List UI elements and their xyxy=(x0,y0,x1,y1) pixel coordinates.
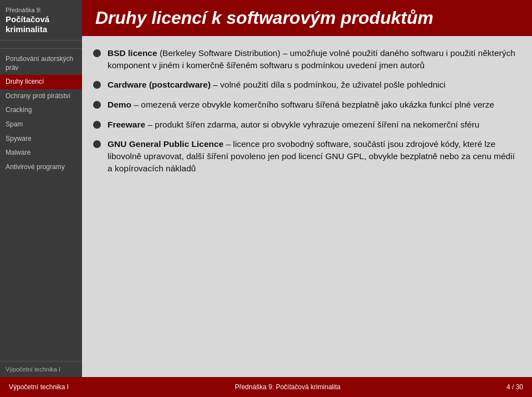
term: GNU General Public Licence xyxy=(108,139,223,149)
bullet-dot xyxy=(93,49,101,57)
sidebar-divider xyxy=(0,48,82,49)
bullet-list: BSD licence (Berkeley Software Distribut… xyxy=(93,47,516,175)
bullet-text: Demo – omezená verze obvykle komerčního … xyxy=(108,99,516,111)
bullet-dot xyxy=(93,101,101,109)
sidebar-item-spam[interactable]: Spam xyxy=(0,118,82,132)
sidebar-item-druhy[interactable]: Druhy licencí xyxy=(0,75,82,89)
bottom-bar: Výpočetní technika I Přednáška 9: Počíta… xyxy=(0,377,532,397)
term: Cardware (postcardware) xyxy=(108,80,211,89)
sidebar-item-spyware[interactable]: Spyware xyxy=(0,132,82,146)
term: Freeware xyxy=(108,120,145,129)
term: BSD licence xyxy=(108,48,157,58)
sidebar-subtitle: Přednáška 9: xyxy=(6,7,76,13)
main-area: Druhy licencí k softwarovým produktům BS… xyxy=(82,0,532,377)
bullet-dot xyxy=(93,81,101,89)
sidebar-footer: Výpočetní technika I xyxy=(0,361,82,377)
footer-left: Výpočetní technika I xyxy=(9,383,69,391)
sidebar-item-antivirove[interactable]: Antivirové programy xyxy=(0,160,82,175)
sidebar-item-cracking[interactable]: Cracking xyxy=(0,103,82,118)
term-rest: – omezená verze obvykle komerčního softw… xyxy=(131,100,494,109)
term-rest: – volné použití díla s podmínkou, že uži… xyxy=(211,80,446,89)
main-header: Druhy licencí k softwarovým produktům xyxy=(82,0,532,36)
bullet-dot xyxy=(93,140,101,148)
bullet-text: Cardware (postcardware) – volné použití … xyxy=(108,79,516,91)
footer-right: 4 / 30 xyxy=(507,383,523,391)
footer-center: Přednáška 9: Počítačová kriminalita xyxy=(235,383,341,391)
term-rest: – produkt šířen zdarma, autor si obvykle… xyxy=(145,120,479,129)
main-content: BSD licence (Berkeley Software Distribut… xyxy=(82,36,532,377)
bullet-text: GNU General Public Licence – licence pro… xyxy=(108,138,516,174)
list-item: Freeware – produkt šířen zdarma, autor s… xyxy=(93,119,516,131)
term-extra: (Berkeley Software Distribution) xyxy=(157,48,280,58)
list-item: Cardware (postcardware) – volné použití … xyxy=(93,79,516,91)
sidebar-item-ochrany[interactable]: Ochrany proti pirátství xyxy=(0,89,82,104)
list-item: Demo – omezená verze obvykle komerčního … xyxy=(93,99,516,111)
main-title: Druhy licencí k softwarovým produktům xyxy=(95,8,519,28)
sidebar-nav: Porušování autorských práv Druhy licencí… xyxy=(0,40,82,361)
term: Demo xyxy=(108,100,131,109)
bullet-dot xyxy=(93,121,101,129)
sidebar-title: Počítačová kriminalita xyxy=(6,14,76,34)
sidebar: Přednáška 9: Počítačová kriminalita Poru… xyxy=(0,0,82,377)
list-item: GNU General Public Licence – licence pro… xyxy=(93,138,516,174)
sidebar-header: Přednáška 9: Počítačová kriminalita xyxy=(0,0,82,40)
bullet-text: BSD licence (Berkeley Software Distribut… xyxy=(108,47,516,71)
sidebar-item-porusovani[interactable]: Porušování autorských práv xyxy=(0,52,82,75)
sidebar-item-malware[interactable]: Malware xyxy=(0,146,82,160)
list-item: BSD licence (Berkeley Software Distribut… xyxy=(93,47,516,71)
bullet-text: Freeware – produkt šířen zdarma, autor s… xyxy=(108,119,516,131)
